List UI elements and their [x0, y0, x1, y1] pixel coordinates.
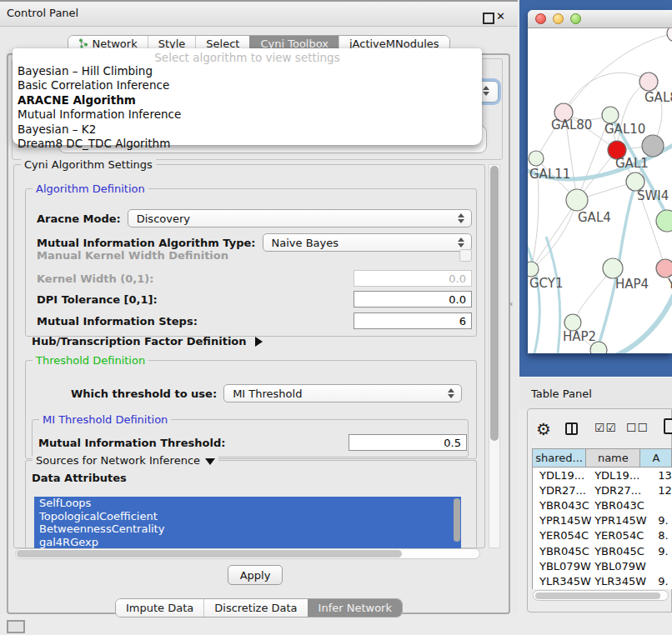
network-window[interactable]: GAL8 GAL80 GAL10 GAL1 GAL11 SWI4 GAL4 GC… [528, 10, 672, 353]
network-canvas[interactable]: GAL8 GAL80 GAL10 GAL1 GAL11 SWI4 GAL4 GC… [528, 28, 672, 353]
table-row[interactable]: YER054CYER054C8. [533, 528, 672, 543]
node-unlabeled-top[interactable] [667, 28, 672, 42]
node-GAL8[interactable] [639, 72, 658, 91]
table-row[interactable]: YIL052CYIL052C9. [533, 589, 672, 590]
node-label: Y [667, 277, 672, 292]
attribute-list-scrollbar[interactable] [454, 498, 460, 542]
table-row[interactable]: YBL079WYBL079W [533, 558, 672, 573]
mi-steps-field[interactable]: 6 [354, 312, 472, 329]
sources-title[interactable]: Sources for Network Inference [33, 454, 218, 467]
node-HAP2[interactable] [564, 314, 581, 331]
tab-discretize-data-label: Discretize Data [214, 602, 297, 614]
close-icon[interactable]: ✕ [496, 10, 505, 22]
table-panel-titlebar: Table Panel [519, 377, 672, 409]
close-traffic-light[interactable] [535, 13, 546, 24]
column-header-partial[interactable]: A [640, 449, 672, 467]
minimize-traffic-light[interactable] [553, 13, 564, 24]
algorithm-option[interactable]: Basic Correlation Inference [13, 78, 482, 92]
deselect-all-icon[interactable]: ☐☐ [626, 421, 649, 434]
node-green-bright-unlabeled[interactable] [656, 210, 672, 232]
cell: 9. [650, 575, 672, 588]
algorithm-dropdown-prompt: Select algorithm to view settings [13, 48, 482, 64]
cell: YDL19... [591, 469, 650, 482]
manual-kernel-width-checkbox[interactable] [459, 249, 472, 262]
cell: YDR27... [591, 484, 650, 497]
splitter-collapse-arrow[interactable]: ‹ [509, 298, 513, 309]
zoom-traffic-light[interactable] [570, 13, 581, 24]
table-row[interactable]: YBR045CYBR045C9. [533, 543, 672, 558]
cell: YER054C [533, 529, 591, 542]
data-attributes-list[interactable]: SelfLoops TopologicalCoefficient Between… [34, 497, 461, 548]
apply-button[interactable]: Apply [228, 565, 283, 585]
column-header-name[interactable]: name [586, 449, 640, 467]
node-label: GCY1 [529, 276, 564, 291]
cell: YBL079W [591, 560, 650, 572]
mi-threshold-label: Mutual Information Threshold: [38, 437, 225, 449]
settings-scrollbar-thumb[interactable] [490, 166, 499, 441]
algorithm-option[interactable]: Mutual Information Inference [13, 108, 482, 122]
node-GAL11[interactable] [529, 151, 544, 166]
node-gray-unlabeled[interactable] [642, 135, 664, 157]
hub-definition-section[interactable]: Hub/Transcription Factor Definition [32, 335, 263, 348]
float-window-icon[interactable] [483, 12, 494, 24]
table-row[interactable]: YBR043CYBR043C [533, 498, 672, 512]
algorithm-dropdown-popup: Select algorithm to view settings Bayesi… [13, 48, 482, 145]
screen: Control Panel ✕ Network [0, 0, 672, 635]
table-hscrollbar[interactable] [533, 590, 669, 601]
cell: YDR27... [533, 484, 591, 497]
table-row[interactable]: YDR27...YDR27...12 [533, 482, 672, 498]
attribute-item-selected[interactable]: SelfLoops [34, 497, 461, 510]
select-all-icon[interactable]: ☑☑ [594, 421, 617, 434]
node-label: HAP2 [563, 329, 596, 344]
algorithm-option-selected[interactable]: ARACNE Algorithm [13, 93, 482, 108]
table-row[interactable]: YDL19...YDL19...13 [533, 468, 672, 482]
table-row[interactable]: YPR145WYPR145W9. [533, 513, 672, 528]
settings-hscrollbar-thumb[interactable] [17, 550, 402, 558]
node-label: HAP4 [615, 277, 649, 292]
minimized-panel-icon[interactable] [7, 620, 25, 633]
mi-threshold-field[interactable]: 0.5 [349, 434, 467, 451]
expanded-arrow-icon [205, 458, 215, 465]
attribute-item-selected[interactable]: BetweennessCentrality [34, 522, 461, 536]
network-icon [78, 38, 88, 48]
threshold-definition-title: Threshold Definition [33, 354, 148, 367]
cell: 9. [650, 514, 672, 527]
table-hscrollbar-thumb[interactable] [535, 592, 660, 599]
attribute-item-selected[interactable]: TopologicalCoefficient [34, 510, 461, 523]
collapsed-arrow-icon[interactable] [255, 337, 263, 347]
algorithm-option[interactable]: Bayesian – Hill Climbing [13, 64, 482, 78]
node-GCY1[interactable] [528, 262, 539, 277]
algorithm-option[interactable]: Dream8 DC_TDC Algorithm [13, 137, 482, 151]
settings-gear-icon[interactable]: ⚙ [536, 419, 551, 439]
node-GAL10[interactable] [602, 107, 619, 123]
algorithm-option[interactable]: Bayesian – K2 [13, 122, 482, 137]
cell: 9. [650, 545, 672, 558]
tab-infer-network-label: Infer Network [318, 602, 392, 614]
network-window-titlebar[interactable] [528, 10, 672, 28]
dpi-tolerance-label: DPI Tolerance [0,1]: [37, 293, 158, 306]
document-icon[interactable] [664, 418, 672, 434]
tab-impute-data-label: Impute Data [126, 602, 193, 614]
which-threshold-combo[interactable]: MI Threshold [223, 384, 462, 402]
combo-arrows-icon [454, 213, 468, 223]
node-Y-unlabeled[interactable] [656, 259, 672, 278]
kernel-width-field[interactable]: 0.0 [354, 270, 472, 287]
mi-steps-label: Mutual Information Steps: [37, 315, 198, 328]
column-header-shared-name[interactable]: shared... [533, 449, 586, 467]
control-panel: Control Panel ✕ Network [0, 0, 518, 614]
tab-discretize-data[interactable]: Discretize Data [203, 599, 307, 617]
aracne-mode-combo[interactable]: Discovery [128, 209, 472, 228]
node-HAP4[interactable] [603, 258, 623, 278]
cell: YPR145W [533, 514, 591, 527]
algorithm-definition-title: Algorithm Definition [33, 182, 148, 195]
column-browser-icon[interactable] [565, 422, 578, 435]
dpi-tolerance-field[interactable]: 0.0 [354, 291, 472, 308]
table-row[interactable]: YLR345WYLR345W9. [533, 573, 672, 588]
tab-infer-network[interactable]: Infer Network [308, 599, 402, 617]
attribute-item-selected[interactable]: gal4RGexp [34, 536, 461, 549]
node-label: GAL10 [604, 122, 645, 137]
tab-impute-data[interactable]: Impute Data [116, 599, 203, 617]
node-GAL4[interactable] [566, 189, 588, 211]
which-threshold-label: Which threshold to use: [71, 388, 217, 400]
cell: YBR045C [591, 545, 650, 558]
